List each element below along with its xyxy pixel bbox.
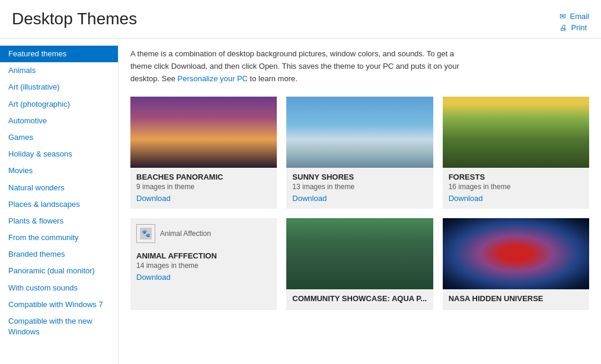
sidebar-item-featured[interactable]: Featured themes	[0, 46, 118, 62]
page-wrapper: Desktop Themes ✉ Email 🖨 Print Featured …	[0, 0, 601, 364]
theme-card-body-sunny: SUNNY SHORES 13 images in theme Download	[286, 168, 433, 209]
theme-card-animal: 🐾 Animal Affection ANIMAL AFFFECTION 14 …	[130, 218, 277, 310]
header: Desktop Themes ✉ Email 🖨 Print	[0, 0, 601, 39]
print-link[interactable]: 🖨 Print	[560, 23, 589, 32]
email-label: Email	[570, 12, 589, 21]
print-label: Print	[571, 23, 587, 32]
download-beaches[interactable]: Download	[136, 194, 171, 203]
sidebar-item-community[interactable]: From the community	[0, 229, 118, 246]
animal-icon-header: 🐾 Animal Affection	[130, 218, 277, 247]
theme-title-forests: FORESTS	[449, 173, 583, 181]
personalize-link[interactable]: Personalize your PC	[178, 74, 248, 83]
theme-image-aqua	[286, 218, 433, 289]
theme-title-beaches: BEACHES PANORAMIC	[136, 173, 271, 181]
sidebar-item-holiday[interactable]: Holiday & seasons	[0, 146, 118, 162]
page-title: Desktop Themes	[12, 9, 137, 28]
description-text-after: to learn more.	[248, 74, 298, 83]
sidebar-item-natural-wonders[interactable]: Natural wonders	[0, 180, 118, 196]
theme-title-nasa: NASA HIDDEN UNIVERSE	[449, 294, 583, 303]
animal-thumbnail-icon: 🐾	[136, 224, 155, 243]
theme-card-forests: FORESTS 16 images in theme Download	[443, 97, 589, 209]
sidebar-item-compatible-new[interactable]: Compatible with the new Windows	[0, 313, 118, 340]
theme-card-body-aqua: COMMUNITY SHOWCASE: AQUA P...	[286, 289, 433, 310]
theme-image-forests	[443, 97, 589, 168]
sidebar-item-compatible-win7[interactable]: Compatible with Windows 7	[0, 296, 118, 313]
sidebar-item-games[interactable]: Games	[0, 129, 118, 146]
sidebar-item-art-illustrative[interactable]: Art (illustrative)	[0, 79, 118, 95]
theme-title-aqua: COMMUNITY SHOWCASE: AQUA P...	[292, 294, 427, 303]
animal-icon-label: Animal Affection	[160, 229, 211, 238]
content-area: A theme is a combination of desktop back…	[119, 39, 601, 364]
sidebar-item-art-photographic[interactable]: Art (photographic)	[0, 96, 118, 113]
theme-card-beaches: BEACHES PANORAMIC 9 images in theme Down…	[130, 97, 277, 209]
description: A theme is a combination of desktop back…	[130, 48, 462, 85]
theme-count-forests: 16 images in theme	[449, 183, 583, 191]
main-layout: Featured themes Animals Art (illustrativ…	[0, 39, 601, 364]
theme-count-animal: 14 images in theme	[136, 261, 271, 270]
theme-card-body-animal: ANIMAL AFFFECTION 14 images in theme Dow…	[130, 247, 277, 288]
theme-card-body-forests: FORESTS 16 images in theme Download	[443, 168, 589, 209]
sidebar-item-plants[interactable]: Plants & flowers	[0, 213, 118, 229]
sidebar-item-places[interactable]: Places & landscapes	[0, 196, 118, 213]
theme-image-beaches	[130, 97, 277, 168]
print-icon: 🖨	[560, 23, 567, 32]
theme-title-animal: ANIMAL AFFFECTION	[136, 251, 271, 260]
theme-card-body-beaches: BEACHES PANORAMIC 9 images in theme Down…	[130, 168, 277, 209]
theme-image-nasa	[443, 218, 589, 289]
theme-card-body-nasa: NASA HIDDEN UNIVERSE	[443, 289, 589, 310]
email-icon: ✉	[560, 12, 566, 21]
email-link[interactable]: ✉ Email	[560, 12, 589, 21]
sidebar-item-custom-sounds[interactable]: With custom sounds	[0, 280, 118, 296]
theme-card-aqua: COMMUNITY SHOWCASE: AQUA P...	[286, 218, 433, 310]
sidebar-item-panoramic[interactable]: Panoramic (dual monitor)	[0, 263, 118, 279]
svg-text:🐾: 🐾	[142, 229, 151, 238]
header-actions: ✉ Email 🖨 Print	[560, 12, 589, 32]
theme-grid-row2: 🐾 Animal Affection ANIMAL AFFFECTION 14 …	[130, 218, 589, 310]
theme-image-sunny	[286, 97, 433, 168]
theme-count-beaches: 9 images in theme	[136, 183, 271, 191]
sidebar-item-branded[interactable]: Branded themes	[0, 246, 118, 263]
theme-count-sunny: 13 images in theme	[292, 183, 427, 191]
sidebar-item-animals[interactable]: Animals	[0, 62, 118, 79]
theme-card-sunny: SUNNY SHORES 13 images in theme Download	[286, 97, 433, 209]
sidebar-item-movies[interactable]: Movies	[0, 162, 118, 179]
theme-title-sunny: SUNNY SHORES	[292, 173, 427, 181]
sidebar: Featured themes Animals Art (illustrativ…	[0, 39, 119, 364]
theme-grid-row1: BEACHES PANORAMIC 9 images in theme Down…	[130, 97, 589, 209]
download-forests[interactable]: Download	[449, 194, 483, 203]
download-animal[interactable]: Download	[136, 273, 171, 282]
theme-card-nasa: NASA HIDDEN UNIVERSE	[443, 218, 589, 310]
download-sunny[interactable]: Download	[292, 194, 327, 203]
sidebar-item-automotive[interactable]: Automotive	[0, 113, 118, 129]
animal-img-icon: 🐾	[140, 228, 152, 240]
